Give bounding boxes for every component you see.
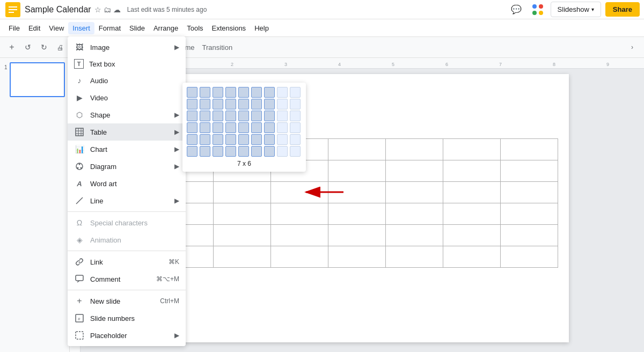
insert-special-chars-item[interactable]: Ω Special characters [68,214,186,231]
table-picker-cell[interactable] [225,87,236,98]
transition-label[interactable]: Transition [199,43,236,52]
redo-button[interactable]: ↻ [36,40,52,55]
table-picker-cell[interactable] [290,122,301,133]
insert-chart-item[interactable]: 📊 Chart ▶ [68,141,186,158]
table-picker-cell[interactable] [290,134,301,145]
table-picker-cell[interactable] [225,146,236,157]
insert-line-item[interactable]: Line ▶ [68,192,186,209]
menu-edit[interactable]: Edit [24,22,45,34]
table-picker-cell[interactable] [200,99,210,109]
collapse-panel-button[interactable]: › [625,40,640,55]
zoom-in-button[interactable]: + [4,40,19,55]
table-picker-cell[interactable] [251,146,262,157]
print-button[interactable]: 🖨 [53,40,68,55]
folder-icon[interactable]: 🗂 [104,5,111,14]
table-row [156,203,558,225]
insert-textbox-item[interactable]: T Text box [68,56,186,72]
table-picker-cell[interactable] [225,134,236,145]
table-picker-cell[interactable] [213,134,223,145]
table-picker-cell[interactable] [238,99,249,109]
table-picker-cell[interactable] [238,122,249,133]
comments-button[interactable]: 💬 [508,1,525,18]
google-account[interactable] [529,1,546,18]
share-button[interactable]: Share [605,2,640,17]
insert-diagram-item[interactable]: Diagram ▶ [68,158,186,175]
table-picker-cell[interactable] [225,122,236,133]
cloud-icon[interactable]: ☁ [113,5,121,14]
table-picker-cell[interactable] [187,134,197,145]
table-picker-cell[interactable] [264,99,275,109]
table-picker-cell[interactable] [277,87,288,98]
table-picker-cell[interactable] [277,111,288,121]
table-picker-cell[interactable] [225,99,236,109]
diagram-icon [74,161,85,172]
undo-button[interactable]: ↺ [20,40,35,55]
insert-placeholder-item[interactable]: Placeholder ▶ [68,327,186,344]
insert-video-item[interactable]: ▶ Video [68,89,186,106]
table-picker-cell[interactable] [290,146,301,157]
menu-view[interactable]: View [45,22,68,34]
table-picker-cell[interactable] [277,134,288,145]
menu-format[interactable]: Format [94,22,125,34]
table-picker-cell[interactable] [264,87,275,98]
chart-label: Chart [90,145,107,153]
table-picker-cell[interactable] [251,111,262,121]
slideshow-button[interactable]: Slideshow ▾ [551,2,601,17]
table-picker-cell[interactable] [187,146,197,157]
insert-image-item[interactable]: 🖼 Image ▶ [68,39,186,56]
table-picker-cell[interactable] [213,87,223,98]
table-picker-cell[interactable] [187,122,197,133]
insert-wordart-item[interactable]: A Word art [68,175,186,192]
menu-extensions[interactable]: Extensions [208,22,251,34]
table-picker-cell[interactable] [238,146,249,157]
table-picker-cell[interactable] [200,122,210,133]
table-picker-cell[interactable] [225,111,236,121]
table-picker-cell[interactable] [251,134,262,145]
menu-help[interactable]: Help [250,22,273,34]
table-picker-cell[interactable] [213,146,223,157]
table-picker-cell[interactable] [213,111,223,121]
table-picker-cell[interactable] [213,122,223,133]
table-picker-cell[interactable] [264,146,275,157]
menu-tools[interactable]: Tools [182,22,207,34]
slide-numbers-icon: # [74,313,85,324]
star-icon[interactable]: ☆ [94,5,101,14]
insert-slide-numbers-item[interactable]: # Slide numbers [68,310,186,327]
table-picker-cell[interactable] [251,122,262,133]
table-picker-cell[interactable] [290,87,301,98]
table-picker-cell[interactable] [277,99,288,109]
table-picker-cell[interactable] [200,111,210,121]
table-picker-cell[interactable] [200,134,210,145]
table-picker-cell[interactable] [187,99,197,109]
table-picker-cell[interactable] [200,146,210,157]
menu-slide[interactable]: Slide [125,22,149,34]
insert-comment-item[interactable]: Comment ⌘⌥+M [68,270,186,288]
slide-thumbnail[interactable]: // Will render inline [10,62,65,97]
table-picker-cell[interactable] [238,134,249,145]
table-picker-cell[interactable] [264,134,275,145]
table-grid[interactable] [187,87,302,157]
insert-table-item[interactable]: Table ▶ [68,123,186,141]
insert-shape-item[interactable]: ⬡ Shape ▶ [68,106,186,123]
table-picker-cell[interactable] [187,87,197,98]
table-picker-cell[interactable] [238,87,249,98]
table-picker-cell[interactable] [290,99,301,109]
table-picker-cell[interactable] [200,87,210,98]
table-picker-cell[interactable] [290,111,301,121]
menu-insert[interactable]: Insert [68,22,94,34]
menu-arrange[interactable]: Arrange [149,22,182,34]
menu-file[interactable]: File [4,22,24,34]
table-picker-cell[interactable] [264,122,275,133]
insert-animation-item[interactable]: ◈ Animation [68,231,186,248]
table-picker-cell[interactable] [251,99,262,109]
table-picker-cell[interactable] [213,99,223,109]
table-picker-cell[interactable] [187,111,197,121]
insert-new-slide-item[interactable]: + New slide Ctrl+M [68,292,186,310]
insert-audio-item[interactable]: ♪ Audio [68,72,186,89]
table-picker-cell[interactable] [277,122,288,133]
table-picker-cell[interactable] [238,111,249,121]
table-picker-cell[interactable] [264,111,275,121]
table-picker-cell[interactable] [277,146,288,157]
table-picker-cell[interactable] [251,87,262,98]
insert-link-item[interactable]: Link ⌘K [68,253,186,270]
